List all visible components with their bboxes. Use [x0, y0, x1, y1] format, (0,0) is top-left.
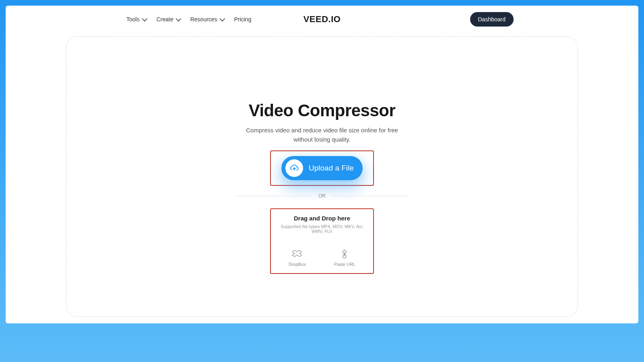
chevron-down-icon [175, 16, 181, 22]
divider-line [235, 196, 311, 196]
chevron-down-icon [142, 16, 147, 22]
link-icon [339, 250, 350, 259]
upload-label: Upload a File [309, 164, 354, 173]
or-divider: OR [235, 193, 409, 199]
upload-highlight-box: Upload a File [270, 150, 374, 186]
header-bar: Tools Create Resources Pricing VEED.IO D… [6, 6, 638, 30]
paste-url-option[interactable]: Paste URL [334, 250, 355, 267]
upload-file-button[interactable]: Upload a File [281, 156, 363, 180]
brand-logo[interactable]: VEED.IO [303, 14, 341, 25]
app-window: Tools Create Resources Pricing VEED.IO D… [6, 6, 638, 323]
nav-tools[interactable]: Tools [126, 16, 146, 23]
drag-drop-box[interactable]: Drag and Drop here Supported file types … [270, 208, 374, 274]
nav-left: Tools Create Resources Pricing [126, 16, 251, 23]
nav-label: Create [157, 16, 173, 23]
drop-subtitle: Supported file types MP4, MOV, MKV, Avi,… [275, 224, 369, 234]
nav-label: Tools [126, 16, 140, 23]
or-text: OR [318, 193, 326, 199]
dropbox-icon [292, 250, 302, 259]
nav-label: Pricing [234, 16, 252, 23]
dropbox-option[interactable]: DropBox [289, 250, 306, 267]
chevron-down-icon [219, 16, 225, 22]
nav-resources[interactable]: Resources [190, 16, 224, 23]
page-title: Video Compressor [249, 101, 396, 120]
paste-url-label: Paste URL [334, 262, 355, 267]
page-subtitle: Compress video and reduce video file siz… [237, 126, 407, 144]
nav-pricing[interactable]: Pricing [234, 16, 252, 23]
dashboard-button[interactable]: Dashboard [470, 12, 514, 27]
nav-create[interactable]: Create [157, 16, 180, 23]
nav-label: Resources [190, 16, 217, 23]
dropzone-panel[interactable]: Video Compressor Compress video and redu… [66, 36, 578, 317]
dropbox-label: DropBox [289, 262, 306, 267]
drop-options: DropBox Paste URL [275, 250, 369, 267]
divider-line [333, 196, 409, 196]
drop-title: Drag and Drop here [275, 215, 369, 222]
cloud-upload-icon [285, 159, 303, 177]
